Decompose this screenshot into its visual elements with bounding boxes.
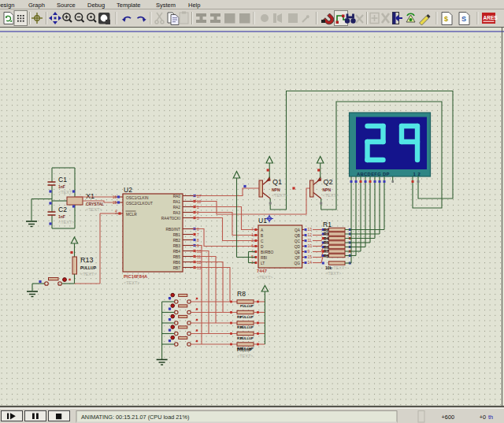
svg-text:ARES: ARES <box>484 15 498 20</box>
svg-text:+600: +600 <box>442 414 454 421</box>
svg-text:ANIMATING: 00:15.21.07 (CPU lo: ANIMATING: 00:15.21.07 (CPU load 21%) <box>81 414 189 421</box>
svg-text:+0: +0 <box>480 414 486 421</box>
svg-text:$: $ <box>444 15 448 23</box>
svg-text:th: th <box>488 414 493 421</box>
svg-text:S: S <box>461 15 466 23</box>
